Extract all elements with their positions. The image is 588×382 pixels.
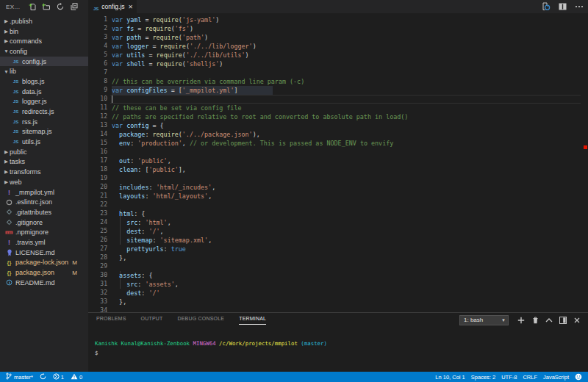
tree-file-data-js[interactable]: JSdata.js <box>0 87 88 97</box>
indentation[interactable]: Spaces: 2 <box>471 374 495 381</box>
language-mode[interactable]: JavaScript <box>543 374 569 381</box>
code-token: ), <box>253 131 260 138</box>
tree-file-blogs-js[interactable]: JSblogs.js <box>0 76 88 87</box>
code-token: sitemap <box>126 237 152 244</box>
code-line-18: 18 clean: ['public'], <box>88 165 588 174</box>
tree-file--eslintrc-json[interactable]: .eslintrc.json <box>0 197 88 207</box>
tab-config-js[interactable]: JS config.js ✕ <box>88 0 137 13</box>
refresh-button[interactable] <box>56 3 64 11</box>
terminal-output[interactable]: Kanishk Kunal@Kanishk-Zenbook MINGW64 /c… <box>88 325 588 358</box>
tree-item-label: logger.js <box>22 98 47 105</box>
js-file-icon: JS <box>12 98 20 106</box>
code-token: 'js-yaml' <box>182 16 215 24</box>
explorer-header: EX... <box>0 0 88 13</box>
tree-folder-config[interactable]: ▼config <box>0 46 88 57</box>
code-token: logger <box>126 43 148 50</box>
git-branch-item[interactable]: master* <box>6 372 33 381</box>
tree-file-rss-js[interactable]: JSrss.js <box>0 117 88 127</box>
tree-file--gitignore[interactable]: .gitignore <box>0 217 88 228</box>
line-number: 20 <box>88 183 107 192</box>
git-sync-button[interactable] <box>40 373 46 381</box>
tree-item-label: utils.js <box>22 138 40 145</box>
new-folder-button[interactable] <box>42 3 50 11</box>
terminal-select[interactable]: 1: bash ▼ <box>459 315 509 325</box>
panel-toolbar-icons <box>514 315 584 325</box>
new-file-button[interactable] <box>28 3 36 11</box>
tree-file-package-lock-json[interactable]: {}package-lock.jsonM <box>0 258 88 268</box>
code-line-31: 31 src: 'assets', <box>88 280 588 289</box>
code-token <box>112 237 126 244</box>
feedback-smiley-icon[interactable] <box>575 373 582 381</box>
tree-item-label: public <box>10 148 27 156</box>
code-line-22: 22 <box>88 201 588 209</box>
json-file-icon: {} <box>5 269 13 277</box>
panel-tab-debug-console[interactable]: DEBUG CONSOLE <box>177 313 224 325</box>
split-editor-button[interactable] <box>559 3 567 10</box>
eol-sequence[interactable]: CRLF <box>523 374 537 381</box>
code-token: dest <box>126 228 141 235</box>
prompt-segment: /c/Work/projects/mmpilot <box>219 340 298 347</box>
tree-folder-transforms[interactable]: ▶transforms <box>0 167 88 177</box>
code-token: : { <box>141 272 152 279</box>
panel-tab-problems[interactable]: PROBLEMS <box>96 313 126 325</box>
code-token: ) <box>215 16 219 24</box>
tree-folder--publish[interactable]: ▶.publish <box>0 16 88 26</box>
tree-file-utils-js[interactable]: JSutils.js <box>0 137 88 147</box>
encoding[interactable]: UTF-8 <box>501 374 517 381</box>
code-token: out <box>119 157 130 165</box>
tree-file-readme-md[interactable]: README.md <box>0 278 88 288</box>
tree-file-package-json[interactable]: {}package.jsonM <box>0 267 88 278</box>
tree-folder-web[interactable]: ▶web <box>0 177 88 187</box>
maximize-panel-button[interactable] <box>542 315 556 325</box>
code-token: './../lib/utils' <box>186 51 245 59</box>
tab-label: config.js <box>101 3 125 10</box>
warning-count: 0 <box>79 374 82 381</box>
code-token: : <box>130 140 137 147</box>
open-changes-button[interactable] <box>542 2 551 11</box>
tree-file--mmpilot-yml[interactable]: !_mmpilot.yml <box>0 187 88 198</box>
tree-item-label: .npmignore <box>15 228 49 236</box>
more-actions-button[interactable] <box>575 5 584 8</box>
tree-item-label: lib <box>10 68 16 75</box>
tree-file-license-md[interactable]: LICENSE.md <box>0 248 88 258</box>
tree-folder-public[interactable]: ▶public <box>0 147 88 157</box>
new-terminal-button[interactable] <box>514 315 528 325</box>
kill-terminal-button[interactable] <box>528 315 542 325</box>
js-file-icon: JS <box>12 138 20 146</box>
close-panel-button[interactable] <box>570 315 584 325</box>
js-file-icon: JS <box>12 77 20 85</box>
line-number: 19 <box>88 174 107 183</box>
tree-item-label: package.json <box>15 269 54 276</box>
tree-folder-commands[interactable]: ▶commands <box>0 36 88 46</box>
code-token: : <box>145 131 152 138</box>
code-token: // paths are specified relative to root … <box>112 113 408 120</box>
cursor-position[interactable]: Ln 10, Col 1 <box>435 374 465 381</box>
chevron-right-icon: ▶ <box>3 38 10 44</box>
collapse-all-button[interactable] <box>70 3 78 11</box>
git-branch-label: master* <box>14 374 33 381</box>
code-token <box>112 210 119 217</box>
tree-file--travis-yml[interactable]: !.travis.yml <box>0 237 88 248</box>
bottom-panel: PROBLEMSOUTPUTDEBUG CONSOLETERMINAL 1: b… <box>88 312 588 372</box>
tree-file-config-js[interactable]: JSconfig.js <box>0 57 88 67</box>
code-token: var <box>112 122 123 129</box>
tree-file-logger-js[interactable]: JSlogger.js <box>0 97 88 107</box>
tree-folder-lib[interactable]: ▼lib <box>0 66 88 76</box>
panel-tab-output[interactable]: OUTPUT <box>141 313 163 325</box>
tree-file-redirects-js[interactable]: JSredirects.js <box>0 107 88 117</box>
code-token: './../lib/logger' <box>190 43 253 50</box>
code-token: ) <box>245 51 249 59</box>
problems-item[interactable]: 1 0 <box>53 373 82 381</box>
tree-folder-bin[interactable]: ▶bin <box>0 26 88 37</box>
tree-folder-tasks[interactable]: ▶tasks <box>0 157 88 167</box>
panel-tab-terminal[interactable]: TERMINAL <box>239 313 266 325</box>
move-panel-button[interactable] <box>556 315 570 325</box>
tab-close-icon[interactable]: ✕ <box>128 4 133 10</box>
tree-file--gitattributes[interactable]: .gitattributes <box>0 207 88 217</box>
tree-item-label: _mmpilot.yml <box>15 189 54 196</box>
tree-file--npmignore[interactable]: .npmignore <box>0 227 88 237</box>
code-editor[interactable]: 1var yaml = require('js-yaml')2var fs = … <box>88 13 588 312</box>
code-token: , <box>175 281 179 288</box>
tree-file-sitemap-js[interactable]: JSsitemap.js <box>0 127 88 137</box>
code-line-1: 1var yaml = require('js-yaml') <box>88 15 588 24</box>
